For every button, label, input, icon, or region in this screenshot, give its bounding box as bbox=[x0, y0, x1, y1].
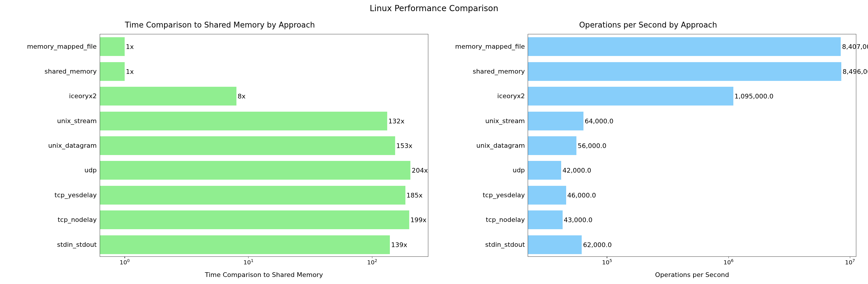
x-tick-mark bbox=[124, 256, 125, 258]
bar: 185x bbox=[100, 186, 405, 205]
bar-value-label: 62,000.0 bbox=[582, 241, 612, 248]
panel-left-xlabel: Time Comparison to Shared Memory bbox=[100, 271, 428, 278]
bar: 139x bbox=[100, 235, 390, 254]
y-tick-label: memory_mapped_file bbox=[27, 43, 97, 50]
panel-left-xticks: 100101102 bbox=[100, 256, 428, 266]
panel-left: Time Comparison to Shared Memory by Appr… bbox=[12, 21, 428, 278]
bar-value-label: 56,000.0 bbox=[577, 142, 606, 149]
bar-value-label: 185x bbox=[405, 191, 423, 199]
panel-left-title: Time Comparison to Shared Memory by Appr… bbox=[12, 21, 428, 29]
bar-value-label: 64,000.0 bbox=[584, 117, 613, 125]
bar-value-label: 46,000.0 bbox=[566, 191, 596, 199]
bar: 204x bbox=[100, 161, 411, 180]
bar: 62,000.0 bbox=[528, 235, 582, 254]
bar: 43,000.0 bbox=[528, 210, 562, 229]
y-tick-label: iceoryx2 bbox=[497, 92, 525, 100]
y-tick-label: unix_stream bbox=[485, 117, 525, 124]
x-tick-mark bbox=[728, 256, 729, 258]
y-tick-label: tcp_yesdelay bbox=[483, 191, 525, 199]
y-tick-label: tcp_nodelay bbox=[58, 216, 96, 223]
bar: 153x bbox=[100, 136, 395, 155]
bar: 64,000.0 bbox=[528, 112, 584, 131]
y-tick-label: unix_stream bbox=[57, 117, 97, 124]
bar: 46,000.0 bbox=[528, 186, 566, 205]
y-tick-label: memory_mapped_file bbox=[455, 43, 525, 50]
y-tick-label: shared_memory bbox=[44, 67, 97, 75]
panel-right-ylabels: memory_mapped_fileshared_memoryiceoryx2u… bbox=[440, 34, 528, 278]
y-tick-label: stdin_stdout bbox=[57, 241, 96, 248]
bar-value-label: 204x bbox=[410, 167, 428, 174]
y-tick-label: stdin_stdout bbox=[485, 241, 525, 248]
y-tick-label: tcp_nodelay bbox=[486, 216, 525, 223]
bar: 8x bbox=[100, 87, 237, 106]
bar-value-label: 132x bbox=[387, 117, 405, 125]
x-tick-label: 102 bbox=[367, 258, 377, 266]
x-tick-label: 107 bbox=[845, 258, 855, 266]
bar: 8,407,000.0 bbox=[528, 37, 841, 56]
bar-value-label: 139x bbox=[390, 241, 407, 248]
panel-right-plot: memory_mapped_fileshared_memoryiceoryx2u… bbox=[440, 34, 856, 278]
figure: Linux Performance Comparison Time Compar… bbox=[0, 0, 868, 284]
y-tick-label: udp bbox=[513, 167, 525, 174]
x-tick-mark bbox=[607, 256, 608, 258]
x-tick-mark bbox=[372, 256, 373, 258]
y-tick-label: shared_memory bbox=[472, 67, 525, 75]
panel-right-xlabel: Operations per Second bbox=[528, 271, 856, 278]
bar-value-label: 199x bbox=[409, 216, 427, 224]
bar-value-label: 42,000.0 bbox=[561, 167, 591, 174]
x-tick-mark bbox=[248, 256, 249, 258]
bar-value-label: 1x bbox=[125, 43, 134, 50]
panel-left-axes: 100101102 1x1x8x132x153x204x185x199x139x bbox=[100, 34, 428, 257]
y-tick-label: iceoryx2 bbox=[69, 92, 96, 100]
panel-left-plot: memory_mapped_fileshared_memoryiceoryx2u… bbox=[12, 34, 428, 278]
panels-row: Time Comparison to Shared Memory by Appr… bbox=[0, 21, 868, 278]
x-tick-mark bbox=[850, 256, 850, 258]
x-tick-label: 101 bbox=[244, 258, 253, 266]
y-tick-label: unix_datagram bbox=[48, 142, 97, 149]
x-tick-label: 105 bbox=[602, 258, 612, 266]
bar-value-label: 8,496,000.0 bbox=[841, 68, 868, 75]
panel-right: Operations per Second by Approach memory… bbox=[440, 21, 856, 278]
bar-value-label: 8x bbox=[237, 93, 246, 100]
panel-right-xticks: 105106107 bbox=[528, 256, 856, 266]
panel-left-ylabels: memory_mapped_fileshared_memoryiceoryx2u… bbox=[12, 34, 100, 278]
y-tick-label: udp bbox=[85, 167, 97, 174]
figure-suptitle: Linux Performance Comparison bbox=[0, 3, 868, 13]
bar: 199x bbox=[100, 210, 409, 229]
bar: 1x bbox=[100, 37, 125, 56]
bar-value-label: 1x bbox=[125, 68, 134, 75]
x-tick-label: 100 bbox=[120, 258, 130, 266]
x-tick-label: 106 bbox=[723, 258, 733, 266]
bar: 1,095,000.0 bbox=[528, 87, 733, 106]
bar: 1x bbox=[100, 62, 125, 81]
y-tick-label: tcp_yesdelay bbox=[55, 191, 97, 199]
bar-value-label: 1,095,000.0 bbox=[733, 93, 774, 100]
bar: 56,000.0 bbox=[528, 136, 577, 155]
bar: 8,496,000.0 bbox=[528, 62, 841, 81]
bar: 132x bbox=[100, 112, 387, 131]
bar-value-label: 153x bbox=[395, 142, 412, 149]
panel-right-title: Operations per Second by Approach bbox=[440, 21, 856, 29]
bar: 42,000.0 bbox=[528, 161, 561, 180]
bar-value-label: 43,000.0 bbox=[563, 216, 593, 224]
panel-right-axes: 105106107 8,407,000.08,496,000.01,095,00… bbox=[528, 34, 856, 257]
y-tick-label: unix_datagram bbox=[476, 142, 525, 149]
bar-value-label: 8,407,000.0 bbox=[841, 43, 868, 50]
